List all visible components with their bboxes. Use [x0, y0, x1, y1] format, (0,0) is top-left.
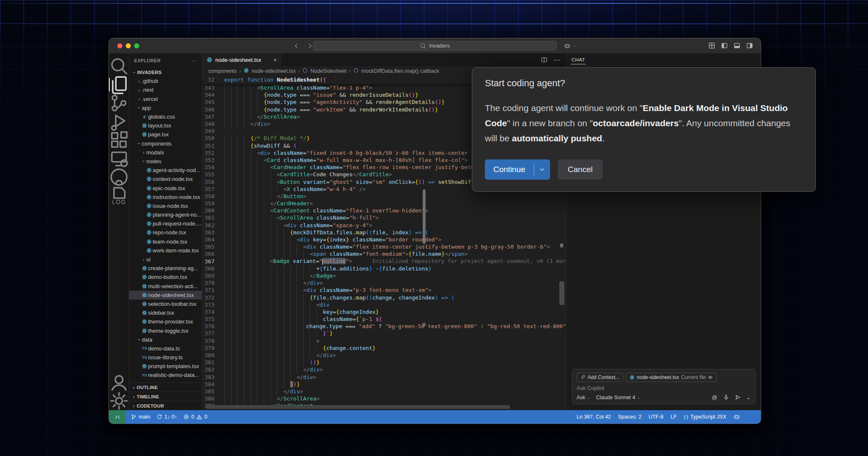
- code-line[interactable]: 379{change.content}: [202, 345, 566, 352]
- tree-item-ui[interactable]: ›ui: [129, 255, 202, 264]
- code-line[interactable]: 363{mockDiffData.files.map((file, index)…: [202, 229, 566, 236]
- code-line[interactable]: 361<ScrollArea className="h-full">: [202, 214, 566, 221]
- cancel-button[interactable]: Cancel: [558, 159, 603, 180]
- tree-item-sidebar-tsx[interactable]: sidebar.tsx: [129, 308, 202, 317]
- send-dropdown-icon[interactable]: ⌄: [746, 394, 751, 400]
- tree-item-demo-data-ts[interactable]: TSdemo-data.ts: [129, 344, 202, 353]
- horizontal-scrollbar[interactable]: [206, 405, 510, 409]
- mic-icon[interactable]: [723, 394, 729, 400]
- customize-layout-icon[interactable]: [708, 42, 715, 49]
- code-line[interactable]: 359</CardHeader>: [202, 200, 566, 207]
- tree-item-work-item-node-tsx[interactable]: work-item-node.tsx: [129, 246, 202, 255]
- activity-scm-icon[interactable]: [109, 94, 129, 112]
- tree-item--github[interactable]: ›.github: [129, 77, 202, 85]
- status-encoding[interactable]: UTF-8: [648, 414, 663, 420]
- split-editor-icon[interactable]: [541, 56, 548, 63]
- explorer-more-actions-icon[interactable]: ⋯: [192, 58, 197, 64]
- tree-item-page-tsx[interactable]: page.tsx: [129, 130, 202, 139]
- tree-item-instruction-node-tsx[interactable]: instruction-node.tsx: [129, 193, 202, 201]
- code-line[interactable]: 365<div className="flex items-center jus…: [202, 243, 566, 250]
- tree-item-context-node-tsx[interactable]: context-node.tsx: [129, 175, 202, 183]
- tree-item-issue-node-tsx[interactable]: issue-node.tsx: [129, 201, 202, 210]
- code-line[interactable]: 374key={changeIndex}: [202, 308, 566, 315]
- code-line[interactable]: 358</Button>: [202, 193, 566, 200]
- activity-debug-icon[interactable]: [109, 112, 129, 131]
- code-line[interactable]: 371<div className="p-3 font-mono text-sm…: [202, 286, 566, 294]
- tree-item-agent-activity-nod-[interactable]: agent-activity-nod...: [129, 166, 202, 175]
- close-window-button[interactable]: [117, 43, 122, 48]
- tree-item-theme-toggle-tsx[interactable]: theme-toggle.tsx: [129, 326, 202, 335]
- code-line[interactable]: 385</div>: [202, 388, 566, 395]
- tree-item-planning-agent-no-[interactable]: planning-agent-no...: [129, 210, 202, 219]
- mode-picker[interactable]: Ask⌄: [577, 395, 590, 400]
- remote-indicator[interactable]: [109, 410, 126, 424]
- tree-item-node-sidesheet-tsx[interactable]: node-sidesheet.tsx: [129, 291, 202, 300]
- tree-item-realistic-demo-data-[interactable]: TSrealistic-demo-data...: [129, 371, 202, 379]
- activity-account-icon[interactable]: [109, 373, 129, 392]
- code-line[interactable]: 364<div key={index} className="border ro…: [202, 236, 566, 243]
- forward-icon[interactable]: [307, 42, 313, 49]
- tree-item-create-planning-ag-[interactable]: create-planning-ag...: [129, 264, 202, 273]
- breadcrumb-item[interactable]: NodeSidesheet: [310, 68, 346, 74]
- send-icon[interactable]: [735, 394, 741, 400]
- vertical-scrollbar[interactable]: [559, 281, 564, 305]
- tree-item-pull-request-node-[interactable]: pull-request-node....: [129, 219, 202, 228]
- tree-item-modals[interactable]: ›modals: [129, 148, 202, 157]
- tree-item-team-node-tsx[interactable]: team-node.tsx: [129, 237, 202, 246]
- tree-item-theme-provider-tsx[interactable]: theme-provider.tsx: [129, 317, 202, 326]
- tree-item-data[interactable]: ›data: [129, 335, 202, 344]
- tree-item-layout-tsx[interactable]: layout.tsx: [129, 121, 202, 130]
- code-line[interactable]: 375className={`p-1 ${: [202, 315, 566, 323]
- status-indentation[interactable]: Spaces: 2: [618, 414, 642, 420]
- status-sync[interactable]: 1↓ 0↑: [156, 414, 177, 420]
- current-file-chip[interactable]: node-sidesheet.tsx Current file: [626, 373, 717, 382]
- eye-icon[interactable]: [708, 375, 713, 380]
- copilot-menu-button[interactable]: [564, 42, 578, 49]
- tree-item-issue-library-ts[interactable]: TSissue-library.ts: [129, 353, 202, 362]
- code-line[interactable]: 376change.type === "add" ? "bg-green-50 …: [202, 323, 566, 330]
- code-line[interactable]: 369</Badge>: [202, 272, 566, 279]
- chat-input-placeholder[interactable]: Ask Copilot: [577, 385, 751, 391]
- bell-icon[interactable]: [747, 414, 754, 420]
- sidebar-section-outline[interactable]: ›OUTLINE: [129, 382, 202, 392]
- zoom-window-button[interactable]: [134, 43, 139, 48]
- tree-item-prompt-templates-tsx[interactable]: prompt-templates.tsx: [129, 362, 202, 371]
- code-line[interactable]: 370</div>: [202, 279, 566, 286]
- tree-item-demo-button-tsx[interactable]: demo-button.tsx: [129, 273, 202, 281]
- breadcrumb-item[interactable]: mockDiffData.files.map() callback: [361, 68, 439, 74]
- breadcrumb-item[interactable]: components: [208, 68, 237, 74]
- editor-more-actions-icon[interactable]: ⋯: [553, 56, 560, 64]
- tab-node-sidesheet[interactable]: node-sidesheet.tsx ×: [202, 53, 281, 66]
- tab-chat[interactable]: CHAT: [571, 55, 586, 64]
- activity-remote-icon[interactable]: [109, 149, 129, 168]
- tree-item-components[interactable]: ›components: [129, 139, 202, 148]
- status-cursor-position[interactable]: Ln 367, Col 42: [577, 414, 611, 420]
- activity-extensions-icon[interactable]: [109, 131, 129, 149]
- code-line[interactable]: 384))}: [202, 381, 566, 388]
- code-line[interactable]: 372{file.changes.map((change, changeInde…: [202, 294, 566, 301]
- breadcrumb-item[interactable]: node-sidesheet.tsx: [251, 68, 296, 74]
- code-line[interactable]: 377}`}: [202, 330, 566, 337]
- tree-item-nodes[interactable]: ›nodes: [129, 157, 202, 166]
- tree-item-invaders[interactable]: ›INVADERS: [129, 68, 202, 77]
- code-line[interactable]: 368+{file.additions} -{file.deletions}: [202, 265, 566, 272]
- tab-close-icon[interactable]: ×: [273, 57, 277, 63]
- minimize-window-button[interactable]: [126, 43, 131, 48]
- status-problems[interactable]: 0 0: [183, 414, 207, 420]
- floating-scrollbar[interactable]: [423, 189, 426, 244]
- tree-item--vercel[interactable]: ›.vercel: [129, 95, 202, 103]
- code-line[interactable]: 378>: [202, 337, 566, 345]
- code-line[interactable]: 367<Badge variant="outline"> Initialized…: [202, 258, 566, 265]
- code-line[interactable]: 366<span className="font-medium">{file.n…: [202, 250, 566, 257]
- code-line[interactable]: 382</div>: [202, 366, 566, 373]
- code-line[interactable]: 383</div>: [202, 374, 566, 381]
- command-center-search[interactable]: invaders: [313, 41, 557, 51]
- tree-item-app[interactable]: ›app: [129, 103, 202, 112]
- code-line[interactable]: 362<div className="space-y-4">: [202, 222, 566, 229]
- back-icon[interactable]: [293, 42, 300, 49]
- tree-item-globals-css[interactable]: #globals.css: [129, 112, 202, 121]
- status-branch[interactable]: main: [131, 414, 150, 420]
- model-picker[interactable]: Claude Sonnet 4⌄: [596, 395, 640, 400]
- status-eol[interactable]: LF: [671, 414, 677, 420]
- tree-item--next[interactable]: ›.next: [129, 85, 202, 94]
